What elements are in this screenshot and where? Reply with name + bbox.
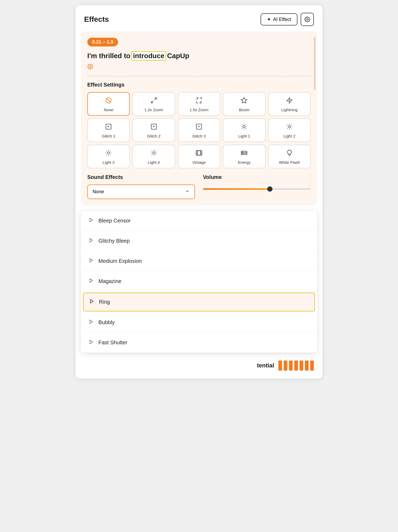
effect-label-light4: Light 4	[148, 160, 160, 165]
effect-label-boom: Boom	[239, 108, 249, 112]
effect-item-glitch2[interactable]: Glitch 2	[132, 118, 175, 142]
svg-marker-63	[90, 238, 93, 242]
effect-item-light3[interactable]: Light 3	[87, 145, 130, 168]
volume-col: Volume	[203, 174, 311, 190]
sound-effects-dropdown[interactable]: None	[87, 185, 195, 199]
effect-item-light2[interactable]: Light 2	[268, 118, 311, 142]
play-icon-medium-explosion[interactable]	[89, 258, 94, 264]
effect-item-energy[interactable]: Energy	[223, 145, 265, 168]
bar-4	[294, 361, 298, 371]
effect-label-energy: Energy	[238, 160, 251, 165]
word-settings-icon[interactable]	[87, 64, 311, 71]
glitch3-icon	[196, 123, 202, 132]
svg-point-34	[107, 152, 110, 154]
gear-icon	[304, 16, 310, 22]
light4-icon	[150, 149, 157, 158]
header: Effects ✦ AI Effect	[76, 5, 322, 31]
energy-icon	[241, 149, 248, 158]
effect-label-light2: Light 2	[283, 134, 295, 138]
header-actions: ✦ AI Effect	[261, 13, 314, 26]
svg-marker-64	[90, 259, 93, 262]
svg-point-0	[306, 19, 308, 20]
dropdown-item-bleep-censor[interactable]: Bleep Censor	[81, 211, 317, 231]
svg-marker-62	[90, 218, 93, 222]
svg-point-16	[243, 126, 245, 128]
page-title: Effects	[84, 15, 109, 24]
effect-settings-label: Effect Settings	[87, 82, 311, 88]
play-icon-magazine[interactable]	[89, 278, 94, 284]
svg-marker-66	[90, 299, 93, 303]
gear-button[interactable]	[301, 13, 314, 26]
scrollbar[interactable]	[314, 37, 315, 90]
play-icon-glitchy-bleep[interactable]	[89, 238, 94, 244]
svg-line-20	[246, 128, 246, 129]
svg-rect-58	[241, 151, 247, 155]
svg-line-23	[242, 128, 243, 129]
svg-line-32	[287, 128, 288, 129]
play-icon-fast-shutter[interactable]	[89, 340, 94, 346]
effect-label-whiteflash: White Flash	[279, 160, 300, 165]
svg-line-28	[287, 125, 288, 125]
none-icon	[105, 97, 112, 105]
ai-effect-label: AI Effect	[273, 17, 291, 22]
svg-line-5	[151, 101, 153, 103]
volume-label: Volume	[203, 174, 311, 180]
svg-line-37	[106, 151, 107, 151]
volume-slider-thumb[interactable]	[267, 186, 272, 192]
effect-item-light4[interactable]: Light 4	[132, 145, 175, 168]
effect-label-vintage: Vintage	[192, 160, 206, 165]
effect-label-glitch3: Glitch 3	[192, 134, 206, 138]
sound-effects-list: Bleep Censor Glitchy Bleep Medium Explos…	[81, 211, 317, 353]
effect-item-zoom15[interactable]: 1.5x Zoom	[178, 92, 220, 116]
volume-slider-track[interactable]	[203, 188, 311, 190]
effects-grid: None 1.2x Zoom	[87, 92, 311, 168]
bar-7	[310, 361, 314, 371]
bleep-censor-label: Bleep Censor	[98, 218, 131, 224]
effect-item-boom[interactable]: Boom	[223, 92, 265, 116]
zoom15-icon	[196, 97, 202, 105]
play-icon-ring[interactable]	[89, 299, 94, 305]
effect-label-glitch1: Glitch 1	[102, 134, 115, 138]
svg-line-4	[154, 98, 157, 100]
svg-line-29	[291, 128, 292, 129]
svg-rect-52	[196, 151, 202, 155]
ring-label: Ring	[99, 299, 110, 305]
effect-item-glitch1[interactable]: Glitch 1	[87, 118, 130, 142]
dropdown-item-bubbly[interactable]: Bubbly	[81, 312, 317, 333]
effect-label-none: None	[104, 108, 113, 112]
play-icon-bleep-censor[interactable]	[89, 218, 94, 224]
effect-item-none[interactable]: None	[87, 92, 130, 116]
effect-item-zoom12[interactable]: 1.2x Zoom	[132, 92, 175, 116]
light1-icon	[241, 123, 248, 132]
effect-item-glitch3[interactable]: Glitch 3	[178, 118, 220, 142]
effect-item-light1[interactable]: Light 1	[223, 118, 265, 142]
ai-effect-button[interactable]: ✦ AI Effect	[261, 13, 297, 25]
svg-line-41	[106, 155, 107, 155]
vintage-icon	[196, 149, 202, 158]
preview-text-before: I'm thrilled to	[87, 52, 130, 60]
dropdown-item-glitchy-bleep[interactable]: Glitchy Bleep	[81, 231, 317, 251]
svg-rect-53	[198, 151, 201, 155]
glitch2-icon	[150, 123, 157, 132]
effect-item-vintage[interactable]: Vintage	[178, 145, 220, 168]
dropdown-item-ring[interactable]: Ring	[83, 293, 315, 311]
svg-line-46	[152, 151, 152, 151]
app-container: Effects ✦ AI Effect 0.21 – 1.9 I'm thril…	[76, 5, 322, 379]
svg-marker-68	[90, 340, 93, 344]
svg-line-42	[110, 151, 111, 151]
dropdown-item-magazine[interactable]: Magazine	[81, 271, 317, 291]
sound-effects-value: None	[93, 189, 104, 195]
light3-icon	[105, 149, 112, 158]
effect-item-whiteflash[interactable]: White Flash	[268, 145, 311, 168]
svg-line-33	[291, 125, 292, 125]
dropdown-container: Bleep Censor Glitchy Bleep Medium Explos…	[81, 211, 317, 353]
effect-item-lightning[interactable]: Lightning	[268, 92, 311, 116]
preview-highlight-word: introduce	[131, 51, 166, 61]
glitchy-bleep-label: Glitchy Bleep	[98, 238, 130, 244]
dropdown-item-fast-shutter[interactable]: Fast Shutter	[81, 333, 317, 353]
whiteflash-icon	[286, 149, 293, 158]
dropdown-item-medium-explosion[interactable]: Medium Explosion	[81, 251, 317, 271]
play-icon-bubbly[interactable]	[89, 319, 94, 325]
below-panel: tential	[76, 353, 322, 379]
chevron-up-icon	[185, 189, 190, 195]
